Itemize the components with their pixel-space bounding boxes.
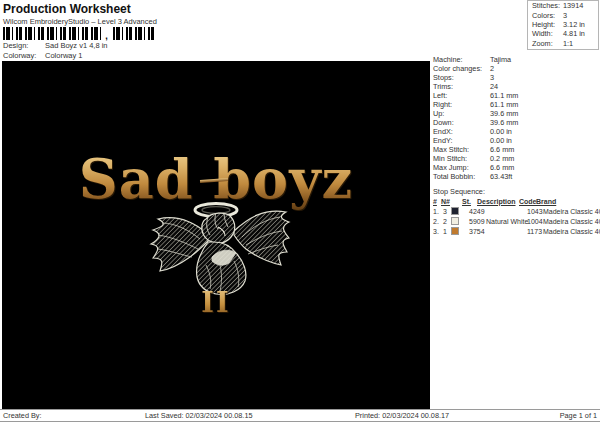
thread-color-swatch — [451, 217, 459, 225]
production-worksheet-page: Production Worksheet Wilcom EmbroiderySt… — [0, 0, 600, 424]
col-n: N# — [441, 198, 462, 205]
info-machine: Machine:Tajima — [433, 55, 598, 64]
stat-width: Width:4.81 in — [528, 29, 598, 38]
footer-last-saved: Last Saved: 02/03/2024 00.08.15 — [145, 411, 253, 420]
thread-color-swatch — [451, 207, 459, 215]
table-row: 1. 3 4249 1043 Madeira Classic 40 — [433, 206, 598, 216]
page-title: Production Worksheet — [3, 2, 131, 16]
info-endx: EndX:0.00 in — [433, 127, 598, 136]
table-row: 2. 2 5909 Natural White 1004 Madeira Cla… — [433, 216, 598, 226]
stat-zoom: Zoom:1:1 — [528, 39, 598, 48]
table-row: 3. 1 3754 1173 Madeira Classic 40 — [433, 226, 598, 236]
col-code: Code — [519, 198, 536, 205]
info-max-jump: Max Jump:6.6 mm — [433, 163, 598, 172]
col-brand: Brand — [536, 198, 598, 205]
info-max-stitch: Max Stitch:6.6 mm — [433, 145, 598, 154]
footer-created-by: Created By: — [3, 411, 42, 420]
design-label: Design: — [3, 41, 45, 50]
machine-info-panel: Machine:Tajima Color changes:2 Stops:3 T… — [433, 55, 598, 181]
colorway-label: Colorway: — [3, 51, 45, 60]
info-left: Left:61.1 mm — [433, 91, 598, 100]
footer-page-number: Page 1 of 1 — [560, 411, 597, 420]
design-preview-canvas: Sad boyz — [2, 61, 430, 409]
stop-sequence-header-row: # N# St. Description Code Brand — [433, 196, 598, 206]
footer-printed: Printed: 02/03/2024 00.08.17 — [355, 411, 449, 420]
design-stats-box: Stitches:13914 Colors:3 Height:3.12 in W… — [527, 0, 599, 50]
col-st: St. — [462, 198, 477, 205]
footer-divider-top — [0, 409, 600, 410]
info-trims: Trims:24 — [433, 82, 598, 91]
stat-height: Height:3.12 in — [528, 20, 598, 29]
design-name-row: Design:Sad Boyz v1 4,8 in — [3, 41, 108, 50]
col-num: # — [433, 198, 441, 205]
info-down: Down:39.6 mm — [433, 118, 598, 127]
info-endy: EndY:0.00 in — [433, 136, 598, 145]
info-right: Right:61.1 mm — [433, 100, 598, 109]
info-min-stitch: Min Stitch:0.2 mm — [433, 154, 598, 163]
footer-divider-bottom — [0, 421, 600, 422]
stop-sequence-title: Stop Sequence: — [433, 187, 485, 196]
design-value: Sad Boyz v1 4,8 in — [45, 41, 108, 50]
info-color-changes: Color changes:2 — [433, 64, 598, 73]
stop-sequence-table: # N# St. Description Code Brand 1. 3 424… — [433, 196, 598, 236]
info-total-bobbin: Total Bobbin:63.43ft — [433, 172, 598, 181]
thread-color-swatch — [451, 227, 459, 235]
barcode-icon — [3, 27, 155, 40]
info-up: Up:39.6 mm — [433, 109, 598, 118]
design-numeral-text: II — [2, 287, 430, 318]
barcode-separator: , — [103, 27, 110, 40]
colorway-row: Colorway:Colorway 1 — [3, 51, 83, 60]
stat-colors: Colors:3 — [528, 10, 598, 19]
praying-angel-icon — [148, 199, 294, 299]
info-stops: Stops:3 — [433, 73, 598, 82]
app-subtitle: Wilcom EmbroideryStudio – Level 3 Advanc… — [3, 17, 157, 26]
stat-stitches: Stitches:13914 — [528, 1, 598, 10]
col-desc: Description — [477, 198, 519, 205]
colorway-value: Colorway 1 — [45, 51, 83, 60]
right-wing-icon — [234, 211, 289, 265]
